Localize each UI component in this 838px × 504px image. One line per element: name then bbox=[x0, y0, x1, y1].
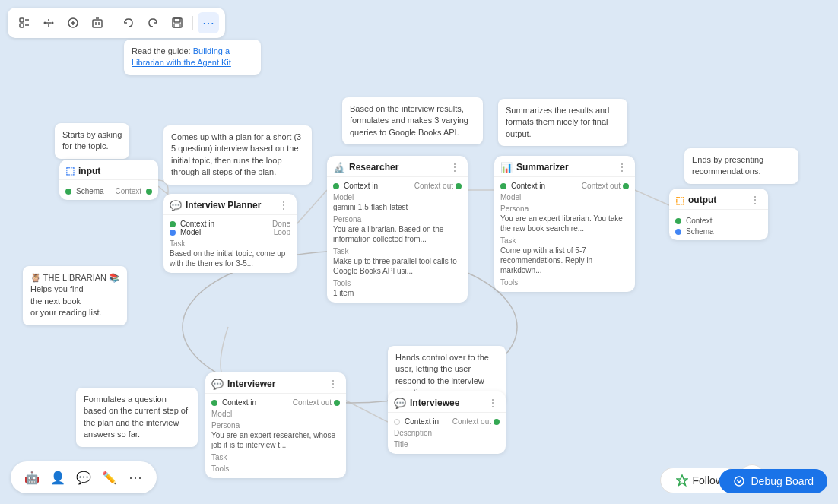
formulates-text: Formulates a question based on the curre… bbox=[84, 395, 188, 439]
sum-model-label: Model bbox=[500, 193, 629, 201]
interviewee-menu[interactable]: ⋮ bbox=[486, 397, 500, 409]
ends-label: Ends by presenting recommendations. bbox=[684, 148, 798, 184]
main-toolbar: ⋯ bbox=[8, 8, 225, 38]
more-options-btn[interactable]: ⋯ bbox=[198, 12, 219, 33]
schema-label: Schema bbox=[76, 187, 104, 195]
svg-point-5 bbox=[44, 22, 46, 24]
canvas: ⋯ Read the guide: Building a Librarian w… bbox=[0, 0, 838, 504]
input-label: input bbox=[78, 166, 100, 176]
summarizer-icon: 📊 bbox=[500, 162, 513, 173]
edit-btn[interactable]: ✏️ bbox=[99, 467, 120, 488]
guide-text: Read the guide: bbox=[132, 46, 191, 55]
divider-1 bbox=[113, 16, 113, 30]
summarizer-label: Summarizer bbox=[516, 162, 569, 173]
bottom-more-btn[interactable]: ⋯ bbox=[125, 467, 146, 488]
interviewee-body: Context in Context out Description Title bbox=[388, 413, 506, 454]
follow-icon bbox=[676, 474, 688, 487]
ip-context-row: Context in Done bbox=[170, 220, 290, 228]
summarizer-menu[interactable]: ⋮ bbox=[615, 161, 629, 173]
delete-node-btn[interactable] bbox=[87, 12, 108, 33]
summarizer-header: 📊 Summarizer ⋮ bbox=[494, 156, 635, 177]
debug-icon bbox=[733, 475, 745, 487]
int-model-label: Model bbox=[211, 410, 340, 418]
out-schema-row: Schema bbox=[675, 227, 762, 236]
res-context-in-port bbox=[333, 183, 339, 189]
svg-point-6 bbox=[52, 22, 54, 24]
researcher-menu[interactable]: ⋮ bbox=[448, 161, 462, 173]
save-btn[interactable] bbox=[167, 12, 188, 33]
interview-planner-title: 💬 Interview Planner bbox=[170, 200, 261, 211]
sum-context-in-label: Context in bbox=[511, 182, 545, 190]
follow-label: Follow bbox=[693, 474, 723, 487]
interviewer-header: 💬 Interviewer ⋮ bbox=[205, 372, 346, 394]
redo-btn[interactable] bbox=[142, 12, 163, 33]
interview-planner-menu[interactable]: ⋮ bbox=[277, 199, 290, 211]
sum-task-value: Come up with a list of 5-7 recommendatio… bbox=[500, 246, 629, 275]
out-schema-port bbox=[675, 229, 681, 235]
res-context-row: Context in Context out bbox=[333, 182, 462, 190]
researcher-icon: 🔬 bbox=[333, 162, 345, 173]
summarizes-label: Summarizes the results and formats them … bbox=[498, 99, 627, 146]
input-icon: ⬚ bbox=[65, 165, 75, 176]
input-node-header: ⬚ input bbox=[59, 160, 158, 180]
int-context-in-label: Context in bbox=[222, 398, 256, 407]
ip-context-in-label: Context in bbox=[180, 220, 214, 228]
output-node: ⬚ output ⋮ Context Schema bbox=[669, 189, 768, 240]
svg-point-20 bbox=[735, 477, 744, 486]
summarizer-title: 📊 Summarizer bbox=[500, 162, 569, 173]
bottom-toolbar: 🤖 👤 💬 ✏️ ⋯ bbox=[11, 461, 157, 493]
intee-context-in-label: Context in bbox=[405, 417, 439, 426]
input-schema-port: Schema Context bbox=[65, 187, 152, 195]
based-on-text: Based on the interview results, formulat… bbox=[350, 104, 468, 137]
ip-done-label: Done bbox=[272, 220, 290, 228]
person-btn[interactable]: 👤 bbox=[47, 467, 68, 488]
researcher-node: 🔬 Researcher ⋮ Context in Context out Mo… bbox=[327, 156, 468, 303]
res-persona-value: You are a librarian. Based on the inform… bbox=[333, 224, 462, 244]
output-menu[interactable]: ⋮ bbox=[748, 194, 762, 206]
undo-btn[interactable] bbox=[118, 12, 139, 33]
intee-context-out-label: Context out bbox=[452, 417, 491, 426]
divider-2 bbox=[192, 16, 193, 30]
interviewee-label: Interviewee bbox=[410, 398, 459, 408]
res-model-value: gemini-1.5-flash-latest bbox=[333, 202, 462, 212]
starts-text: Starts by askingfor the topic. bbox=[62, 130, 122, 151]
chat-btn[interactable]: 💬 bbox=[73, 467, 94, 488]
researcher-body: Context in Context out Model gemini-1.5-… bbox=[327, 177, 468, 303]
input-node-body: Schema Context bbox=[59, 180, 158, 200]
svg-rect-3 bbox=[20, 24, 24, 27]
int-context-out-port bbox=[334, 400, 340, 406]
intee-context-row: Context in Context out bbox=[394, 417, 500, 426]
svg-rect-13 bbox=[93, 20, 102, 27]
interviewer-icon: 💬 bbox=[211, 379, 224, 390]
guide-box: Read the guide: Building a Librarian wit… bbox=[124, 40, 261, 75]
starts-label: Starts by askingfor the topic. bbox=[55, 123, 129, 159]
interview-planner-label: Interview Planner bbox=[186, 200, 261, 211]
out-schema-label: Schema bbox=[686, 227, 714, 236]
formulates-label: Formulates a question based on the curre… bbox=[76, 388, 198, 447]
interviewee-node: 💬 Interviewee ⋮ Context in Context out D… bbox=[388, 391, 506, 454]
debug-label: Debug Board bbox=[751, 475, 814, 487]
intee-context-out-port bbox=[494, 419, 500, 425]
res-model-label: Model bbox=[333, 193, 462, 201]
int-task-label: Task bbox=[211, 453, 340, 461]
input-node: ⬚ input Schema Context bbox=[59, 160, 158, 200]
int-tools-label: Tools bbox=[211, 464, 340, 473]
ip-model-port bbox=[170, 230, 176, 236]
ip-task-value: Based on the initial topic, come up with… bbox=[170, 249, 290, 268]
ends-text: Ends by presenting recommendations. bbox=[692, 155, 763, 176]
output-title: ⬚ output bbox=[675, 195, 716, 206]
based-on-label: Based on the interview results, formulat… bbox=[342, 97, 483, 144]
debug-board-button[interactable]: Debug Board bbox=[719, 469, 827, 493]
add-node-btn[interactable] bbox=[62, 12, 84, 33]
res-task-value: Make up to three parallel tool calls to … bbox=[333, 256, 462, 276]
res-tools-value: 1 item bbox=[333, 288, 462, 298]
interviewer-node: 💬 Interviewer ⋮ Context in Context out M… bbox=[205, 372, 346, 478]
input-node-title: ⬚ input bbox=[65, 165, 100, 176]
select-tool-btn[interactable] bbox=[14, 12, 35, 33]
sum-task-label: Task bbox=[500, 236, 629, 245]
interviewer-title: 💬 Interviewer bbox=[211, 379, 275, 390]
researcher-title: 🔬 Researcher bbox=[333, 162, 398, 173]
interviewer-menu[interactable]: ⋮ bbox=[326, 378, 340, 390]
connect-tool-btn[interactable] bbox=[38, 12, 59, 33]
ai-btn[interactable]: 🤖 bbox=[21, 467, 43, 488]
